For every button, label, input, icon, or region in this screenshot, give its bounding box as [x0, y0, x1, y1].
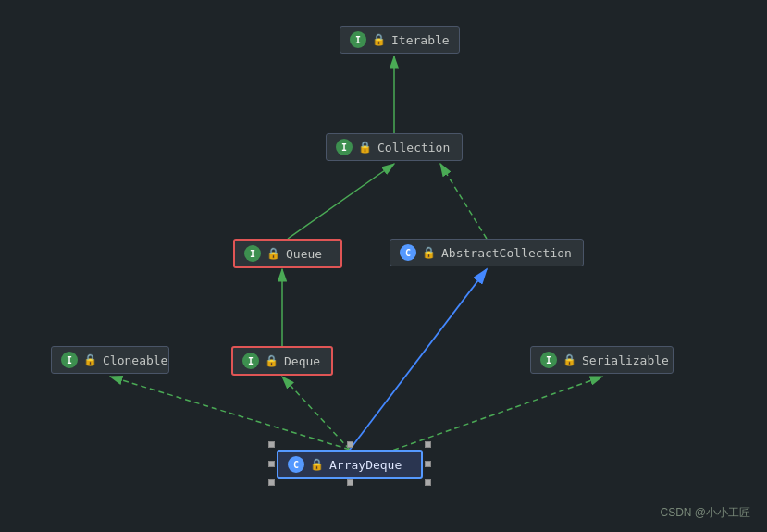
- badge-collection: I: [336, 139, 353, 155]
- badge-deque: I: [242, 353, 259, 369]
- badge-queue: I: [244, 245, 261, 262]
- badge-abstractcollection: C: [400, 244, 416, 261]
- watermark: CSDN @小小工匠: [660, 505, 750, 521]
- node-collection[interactable]: I 🔒 Collection: [326, 133, 463, 161]
- badge-cloneable: I: [61, 352, 78, 368]
- node-queue[interactable]: I 🔒 Queue: [233, 239, 342, 268]
- badge-arraydeque: C: [288, 456, 304, 473]
- lock-icon-queue: 🔒: [266, 247, 280, 260]
- label-abstractcollection: AbstractCollection: [441, 246, 572, 260]
- badge-serializable: I: [540, 352, 557, 368]
- node-cloneable[interactable]: I 🔒 Cloneable: [51, 346, 169, 374]
- svg-line-10: [350, 269, 487, 450]
- diagram-container: I 🔒 Iterable I 🔒 Collection I 🔒 Queue C …: [0, 0, 767, 532]
- svg-line-8: [282, 377, 350, 450]
- label-deque: Deque: [284, 354, 320, 368]
- lock-icon-abstractcollection: 🔒: [422, 246, 436, 259]
- node-abstractcollection[interactable]: C 🔒 AbstractCollection: [390, 239, 584, 266]
- svg-line-7: [110, 377, 350, 450]
- node-iterable[interactable]: I 🔒 Iterable: [340, 26, 460, 54]
- label-iterable: Iterable: [391, 33, 450, 47]
- node-deque[interactable]: I 🔒 Deque: [231, 346, 333, 376]
- node-serializable[interactable]: I 🔒 Serializable: [530, 346, 674, 374]
- label-arraydeque: ArrayDeque: [329, 458, 402, 472]
- badge-iterable: I: [350, 31, 366, 48]
- lock-icon-serializable: 🔒: [563, 353, 576, 366]
- lock-icon-deque: 🔒: [265, 354, 278, 367]
- lock-icon-collection: 🔒: [358, 141, 372, 154]
- lock-icon-iterable: 🔒: [372, 33, 386, 46]
- lock-icon-cloneable: 🔒: [83, 353, 97, 366]
- svg-line-4: [288, 164, 394, 239]
- label-queue: Queue: [286, 247, 322, 261]
- label-collection: Collection: [377, 141, 450, 155]
- label-cloneable: Cloneable: [103, 353, 167, 367]
- label-serializable: Serializable: [582, 353, 669, 367]
- lock-icon-arraydeque: 🔒: [310, 458, 324, 471]
- svg-line-5: [440, 164, 487, 239]
- node-arraydeque[interactable]: C 🔒 ArrayDeque: [277, 450, 423, 479]
